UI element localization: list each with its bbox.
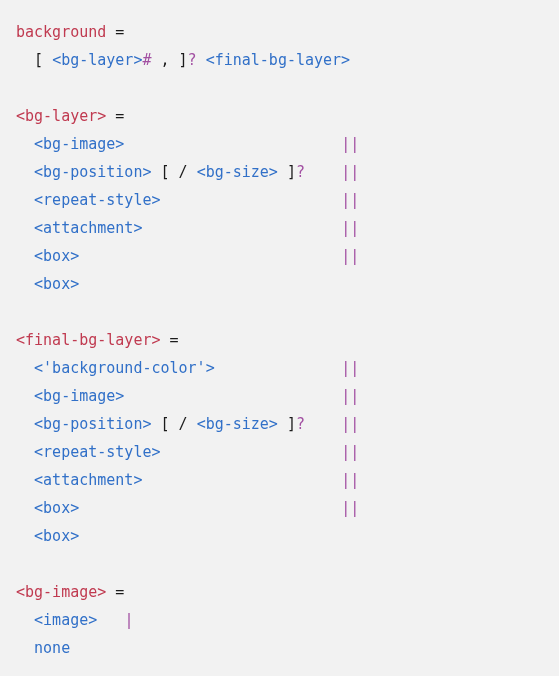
syntax-token: background bbox=[16, 23, 106, 41]
syntax-token: = bbox=[106, 23, 133, 41]
syntax-token: <bg-image> bbox=[34, 135, 124, 153]
syntax-token: <bg-size> bbox=[197, 415, 278, 433]
syntax-token: <repeat-style> bbox=[34, 191, 160, 209]
syntax-token: || bbox=[341, 359, 359, 377]
syntax-token: <box> bbox=[34, 527, 79, 545]
syntax-token: || bbox=[341, 191, 359, 209]
syntax-token: <box> bbox=[34, 275, 79, 293]
syntax-token: || bbox=[341, 247, 359, 265]
syntax-token: = bbox=[106, 583, 133, 601]
syntax-token: <repeat-style> bbox=[34, 443, 160, 461]
syntax-block: background = [ <bg-layer># , ]? <final-b… bbox=[16, 18, 543, 662]
syntax-token: <bg-layer> bbox=[16, 107, 106, 125]
syntax-token: / bbox=[179, 163, 197, 181]
syntax-token: none bbox=[34, 639, 70, 657]
syntax-token: , bbox=[151, 51, 178, 69]
syntax-token: ? bbox=[296, 163, 305, 181]
syntax-token: <box> bbox=[34, 247, 79, 265]
syntax-token: [ bbox=[151, 163, 178, 181]
syntax-token: <bg-position> bbox=[34, 163, 151, 181]
syntax-token: <bg-size> bbox=[197, 163, 278, 181]
syntax-token: || bbox=[341, 387, 359, 405]
syntax-token: <bg-layer> bbox=[52, 51, 142, 69]
syntax-token: | bbox=[124, 611, 133, 629]
syntax-token: || bbox=[341, 135, 359, 153]
syntax-token: <image> bbox=[34, 611, 97, 629]
syntax-token: <box> bbox=[34, 499, 79, 517]
syntax-token: || bbox=[341, 219, 359, 237]
syntax-token: || bbox=[341, 443, 359, 461]
syntax-token: <'background-color'> bbox=[34, 359, 215, 377]
syntax-token: <final-bg-layer> bbox=[16, 331, 161, 349]
syntax-token: || bbox=[341, 499, 359, 517]
syntax-token: = bbox=[161, 331, 188, 349]
syntax-token: ] bbox=[278, 415, 296, 433]
syntax-token: ? bbox=[188, 51, 197, 69]
syntax-token: || bbox=[341, 415, 359, 433]
syntax-token: <bg-image> bbox=[34, 387, 124, 405]
syntax-token: <attachment> bbox=[34, 471, 142, 489]
syntax-token: ] bbox=[179, 51, 188, 69]
syntax-token: [ bbox=[151, 415, 178, 433]
syntax-token: / bbox=[179, 415, 197, 433]
syntax-token: ? bbox=[296, 415, 305, 433]
syntax-token: [ bbox=[34, 51, 52, 69]
syntax-token: <bg-image> bbox=[16, 583, 106, 601]
syntax-token: <attachment> bbox=[34, 219, 142, 237]
syntax-token: ] bbox=[278, 163, 296, 181]
syntax-token: = bbox=[106, 107, 133, 125]
syntax-token: <final-bg-layer> bbox=[206, 51, 351, 69]
syntax-token: <bg-position> bbox=[34, 415, 151, 433]
syntax-token: || bbox=[341, 163, 359, 181]
syntax-token bbox=[197, 51, 206, 69]
syntax-token: || bbox=[341, 471, 359, 489]
